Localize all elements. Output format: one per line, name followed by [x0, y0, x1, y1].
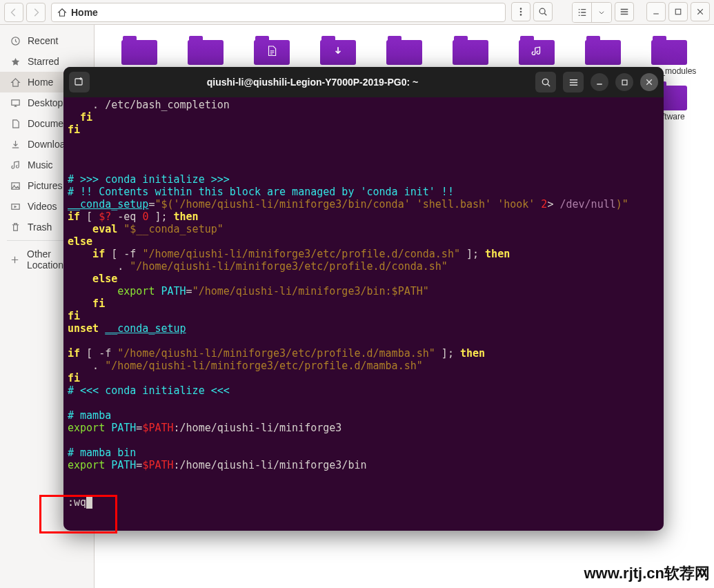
- sidebar-item-label: Videos: [28, 201, 57, 212]
- svg-point-1: [520, 10, 522, 12]
- svg-rect-4: [675, 9, 681, 14]
- window-maximize-button[interactable]: [668, 2, 688, 21]
- sidebar-item-recent[interactable]: Recent: [0, 30, 94, 51]
- svg-rect-7: [11, 182, 19, 188]
- sidebar-item-label: Pictures: [28, 180, 63, 191]
- documents-icon: [10, 119, 21, 129]
- watermark-text: www.rjtj.cn软荐网: [584, 563, 710, 584]
- location-text: Home: [71, 7, 98, 18]
- downloads-icon: [10, 139, 21, 150]
- terminal-content[interactable]: . /etc/bash_completion fi fi # >>> conda…: [63, 97, 664, 531]
- sidebar-item-label: Starred: [28, 56, 59, 67]
- svg-point-0: [520, 8, 522, 10]
- home-icon: [57, 8, 67, 17]
- terminal-maximize-button[interactable]: [615, 73, 633, 91]
- terminal-menu-button[interactable]: [563, 72, 584, 92]
- terminal-new-tab-button[interactable]: [69, 72, 90, 92]
- filemanager-toolbar: Home: [0, 0, 714, 25]
- view-mode-group: [572, 2, 612, 23]
- home-icon: [10, 77, 21, 88]
- terminal-title: qiushi-li@qiushili-Legion-Y7000P-2019-PG…: [94, 77, 531, 88]
- sidebar-item-label: Desktop: [28, 97, 63, 108]
- folder-icon: [386, 35, 422, 65]
- music-icon: [10, 160, 21, 170]
- star-icon: [10, 57, 21, 67]
- svg-point-11: [542, 79, 548, 84]
- sidebar-item-label: Recent: [28, 35, 58, 46]
- trash-icon: [10, 222, 21, 233]
- clock-icon: [10, 36, 21, 46]
- plus-icon: [10, 255, 20, 265]
- folder-icon: [519, 35, 555, 65]
- pictures-icon: [10, 181, 21, 191]
- folder-icon: [585, 35, 621, 65]
- terminal-window: qiushi-li@qiushili-Legion-Y7000P-2019-PG…: [63, 67, 664, 531]
- location-bar[interactable]: Home: [51, 3, 506, 22]
- videos-icon: [10, 202, 21, 212]
- vim-command-line[interactable]: :wq: [68, 496, 86, 509]
- folder-icon: [254, 35, 290, 65]
- folder-icon: [453, 35, 488, 65]
- nav-back-button[interactable]: [4, 3, 23, 22]
- sidebar-item-label: Trash: [28, 222, 52, 233]
- terminal-close-button[interactable]: [640, 73, 658, 91]
- hamburger-menu-button[interactable]: [615, 2, 634, 21]
- nav-forward-button[interactable]: [26, 3, 46, 22]
- sidebar-item-label: Home: [28, 77, 53, 88]
- svg-rect-12: [622, 80, 627, 85]
- svg-point-3: [539, 8, 545, 14]
- folder-icon: [188, 35, 224, 65]
- search-button[interactable]: [533, 2, 553, 21]
- view-dropdown-button[interactable]: [592, 3, 611, 22]
- terminal-titlebar[interactable]: qiushi-li@qiushili-Legion-Y7000P-2019-PG…: [63, 67, 664, 97]
- svg-point-2: [520, 14, 522, 16]
- desktop-icon: [10, 98, 21, 108]
- window-close-button[interactable]: [691, 2, 710, 21]
- terminal-minimize-button[interactable]: [591, 73, 608, 91]
- sidebar-item-label: Music: [28, 159, 53, 170]
- folder-icon: [121, 35, 157, 65]
- folder-icon: [651, 35, 687, 65]
- more-options-button[interactable]: [511, 2, 530, 21]
- folder-icon: [320, 35, 356, 65]
- terminal-search-button[interactable]: [535, 72, 556, 92]
- svg-rect-6: [11, 99, 19, 105]
- list-view-button[interactable]: [573, 3, 592, 22]
- window-minimize-button[interactable]: [646, 2, 666, 21]
- cursor-icon: [86, 497, 92, 509]
